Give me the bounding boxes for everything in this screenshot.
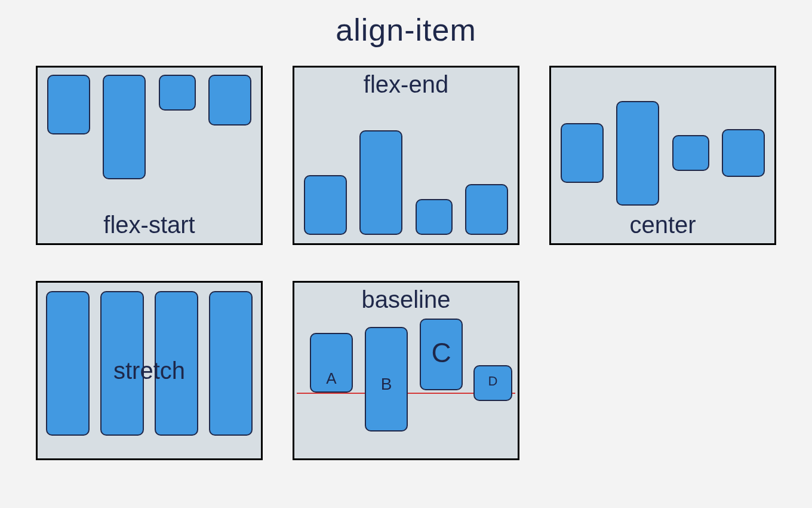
- center-area: [551, 78, 774, 228]
- flex-item: [159, 75, 196, 111]
- diagram-page: align-item flex-start flex-end: [0, 0, 812, 508]
- panel-label-center: center: [629, 212, 696, 238]
- flex-item-c: C: [420, 319, 463, 390]
- panel-center: center: [549, 66, 776, 245]
- item-letter: C: [431, 336, 451, 369]
- panel-stretch: stretch: [36, 281, 263, 460]
- flex-item: [46, 291, 90, 436]
- flex-item: [561, 123, 604, 183]
- item-letter: B: [381, 375, 392, 394]
- flex-end-area: [294, 100, 518, 241]
- flex-item-b: B: [365, 327, 408, 432]
- flex-item-a: A: [310, 333, 353, 393]
- panels-grid: flex-start flex-end center: [30, 66, 782, 460]
- panel-label-baseline: baseline: [361, 286, 450, 313]
- flex-item: [359, 130, 402, 235]
- panel-label-flex-start: flex-start: [103, 212, 195, 238]
- flex-start-area: [38, 68, 261, 187]
- item-letter: D: [488, 374, 498, 389]
- flex-item: [208, 75, 251, 126]
- panel-flex-start: flex-start: [36, 66, 263, 245]
- flex-item: [672, 135, 709, 171]
- page-title: align-item: [30, 12, 782, 48]
- flex-item-d: D: [473, 365, 512, 401]
- flex-item: [304, 175, 347, 235]
- baseline-area: A B C D: [294, 317, 518, 455]
- flex-item: [209, 291, 253, 436]
- panel-baseline: baseline A B C D: [293, 281, 519, 460]
- flex-item: [416, 199, 453, 235]
- panel-flex-end: flex-end: [293, 66, 519, 245]
- flex-item: [722, 129, 765, 177]
- panel-label-stretch: stretch: [113, 357, 185, 384]
- item-letter: A: [326, 369, 336, 388]
- flex-item: [103, 75, 146, 179]
- flex-item: [47, 75, 90, 134]
- flex-item: [616, 101, 659, 206]
- flex-item: [465, 184, 508, 235]
- panel-label-flex-end: flex-end: [364, 71, 448, 98]
